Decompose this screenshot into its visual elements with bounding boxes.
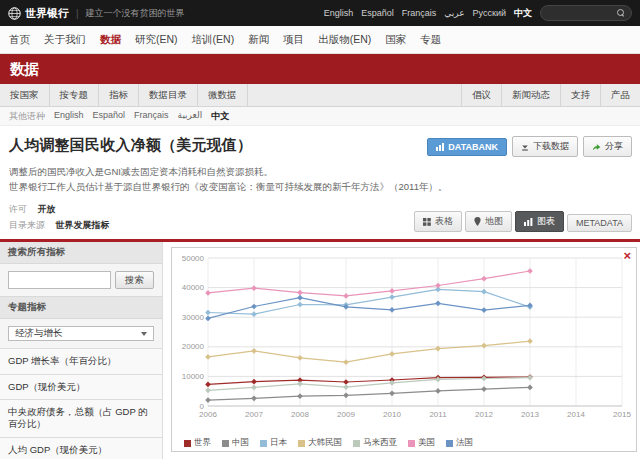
chart-legend: 世界中国日本大韩民国马来西亚美国法国 [172,434,636,452]
indicator-item[interactable]: 人均 GDP（现价美元） [0,438,162,459]
legend-item[interactable]: 大韩民国 [298,437,342,449]
tab-metadata[interactable]: METADATA [567,214,632,232]
subnav-item[interactable]: 产品 [600,84,640,106]
description: 调整后的国民净收入是GNI减去固定资本消耗和自然资源损耗。 世界银行工作人员估计… [0,157,640,194]
download-icon [521,143,529,151]
line-chart: 0100002000030000400005000020062007200820… [172,248,634,430]
share-icon [592,143,601,151]
legend-item[interactable]: 法国 [446,437,473,449]
topic-select[interactable]: 经济与增长 [8,326,154,341]
header-lang-link[interactable]: Français [402,8,437,18]
tab-map[interactable]: 地图 [465,211,512,232]
page-title-bar: 人均调整国民收入净额（美元现值） DATABANK 下载数据 分享 [0,126,640,157]
legend-swatch [184,440,191,447]
legend-label: 中国 [232,437,249,449]
tab-label: 地图 [485,215,503,228]
download-data-button[interactable]: 下载数据 [512,136,578,157]
tab-table[interactable]: 表格 [414,211,462,232]
svg-text:2007: 2007 [245,410,263,419]
section-banner: 数据 [0,54,640,84]
svg-text:40000: 40000 [182,284,205,293]
indicator-list: GDP 增长率（年百分比）GDP（现价美元）中央政府债务，总额（占 GDP 的百… [0,348,162,459]
other-lang-link[interactable]: 中文 [211,110,229,123]
header-lang-link[interactable]: 中文 [514,7,532,20]
other-lang-link[interactable]: العربية [178,110,203,123]
page-title: 人均调整国民收入净额（美元现值） [9,136,252,155]
svg-text:2006: 2006 [199,410,217,419]
other-lang-link[interactable]: Español [93,110,126,123]
description-line-2: 世界银行工作人员估计基于源自世界银行的《改变国富论：衡量可持续发展的新千年方法》… [9,180,631,195]
other-languages-label: 其他语种 [9,110,45,123]
nav-item[interactable]: 首页 [9,33,30,47]
share-label: 分享 [605,140,623,153]
legend-item[interactable]: 美国 [408,437,435,449]
legend-swatch [446,440,453,447]
meta-and-tabs: 许可 开放 目录来源 世界发展指标 表格地图图表METADATA [0,194,640,239]
tab-label: 表格 [435,215,453,228]
nav-item[interactable]: 专题 [420,33,441,47]
subnav-item[interactable]: 数据目录 [139,84,198,106]
nav-item[interactable]: 国家 [385,33,406,47]
databank-button[interactable]: DATABANK [427,138,507,156]
catalog-source-row: 目录来源 世界发展指标 [9,219,110,232]
tab-chart[interactable]: 图表 [515,211,564,232]
nav-item[interactable]: 项目 [283,33,304,47]
indicator-item[interactable]: GDP 增长率（年百分比） [0,349,162,374]
legend-item[interactable]: 马来西亚 [353,437,397,449]
header-language-list: EnglishEspañolFrançaisعربيРусский中文 [324,7,532,20]
legend-label: 法国 [456,437,473,449]
topic-select-value: 经济与增长 [15,327,63,340]
meta-block: 许可 开放 目录来源 世界发展指标 [9,200,110,232]
nav-item[interactable]: 出版物(EN) [318,33,371,47]
subnav-item[interactable]: 微数据 [198,84,248,106]
header-search[interactable] [540,5,632,21]
nav-item[interactable]: 新闻 [248,33,269,47]
catalog-source-label: 目录来源 [9,220,45,230]
subnav-item[interactable]: 按专题 [50,84,100,106]
license-value[interactable]: 开放 [38,204,56,214]
subnav-item[interactable]: 新闻动态 [501,84,560,106]
chevron-down-icon [141,332,147,336]
indicator-search-button[interactable]: 搜索 [115,271,154,289]
header-search-input[interactable] [547,8,613,18]
map-icon [474,217,481,226]
legend-item[interactable]: 中国 [222,437,249,449]
header-lang-link[interactable]: Español [361,8,394,18]
indicator-item[interactable]: GDP（现价美元） [0,375,162,400]
header-lang-link[interactable]: عربي [444,8,464,18]
other-lang-link[interactable]: Français [134,110,169,123]
legend-item[interactable]: 日本 [260,437,287,449]
share-button[interactable]: 分享 [583,136,632,157]
other-languages-row: 其他语种 EnglishEspañolFrançaisالعربية中文 [0,107,640,126]
subnav-item[interactable]: 指标 [99,84,139,106]
indicator-search-input[interactable] [8,271,111,289]
subnav-item[interactable]: 支持 [560,84,600,106]
chart-box: × 01000020000300004000050000200620072008… [171,247,637,452]
svg-text:2012: 2012 [475,410,493,419]
nav-item[interactable]: 关于我们 [44,33,86,47]
globe-icon [8,7,21,20]
indicator-item[interactable]: 中央政府债务，总额（占 GDP 的百分比） [0,400,162,438]
subnav-item[interactable]: 按国家 [0,84,50,106]
svg-text:2008: 2008 [291,410,309,419]
logo-text: 世界银行 [25,6,69,21]
header-lang-link[interactable]: English [324,8,354,18]
other-lang-link[interactable]: English [54,110,84,123]
nav-item[interactable]: 研究(EN) [135,33,178,47]
subnav-item[interactable]: 倡议 [461,84,501,106]
title-actions: DATABANK 下载数据 分享 [427,136,632,157]
legend-item[interactable]: 世界 [184,437,211,449]
legend-label: 大韩民国 [308,437,342,449]
header-lang-link[interactable]: Русский [473,8,506,18]
databank-label: DATABANK [448,142,498,152]
nav-item[interactable]: 培训(EN) [192,33,235,47]
header-right: EnglishEspañolFrançaisعربيРусский中文 [324,5,632,21]
nav-item[interactable]: 数据 [100,33,121,47]
worldbank-logo[interactable]: 世界银行 [8,6,69,21]
chart-area: × 01000020000300004000050000200620072008… [163,242,640,459]
catalog-source-value[interactable]: 世界发展指标 [56,220,110,230]
license-label: 许可 [9,204,27,214]
close-icon[interactable]: × [623,249,631,262]
license-row: 许可 开放 [9,203,110,216]
svg-text:20000: 20000 [182,343,205,352]
